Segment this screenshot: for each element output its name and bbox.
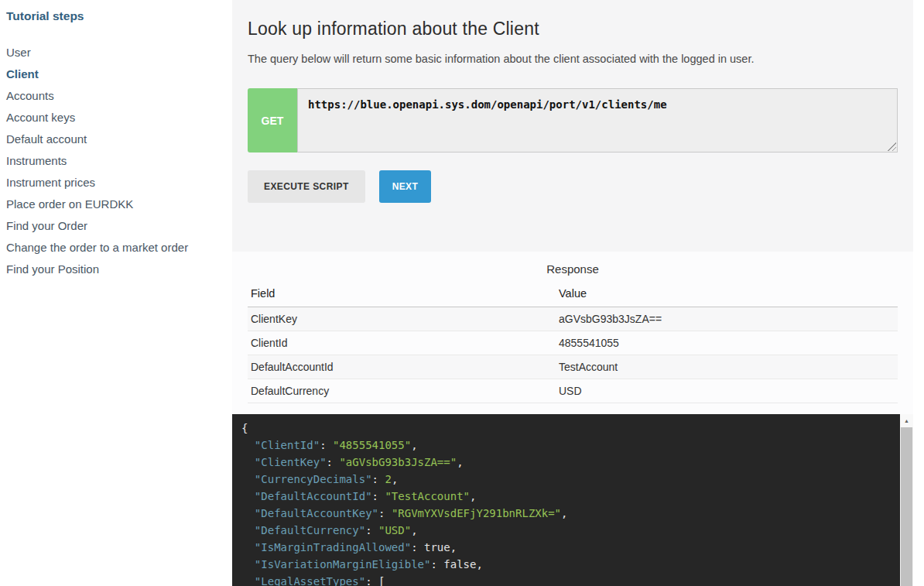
request-url-wrap: https://blue.openapi.sys.dom/openapi/por… — [297, 88, 898, 152]
sidebar-item-change-the-order-to-a-market-order[interactable]: Change the order to a market order — [6, 242, 224, 254]
code-line: "DefaultAccountId": "TestAccount", — [241, 488, 895, 505]
code-line: "DefaultCurrency": "USD", — [241, 522, 895, 539]
code-line: "IsVariationMarginEligible": false, — [241, 556, 895, 573]
value-cell: TestAccount — [556, 355, 898, 379]
table-row: ClientId4855541055 — [248, 331, 898, 355]
request-url-input[interactable]: https://blue.openapi.sys.dom/openapi/por… — [297, 88, 898, 152]
field-cell: ClientId — [248, 331, 556, 355]
response-table: Field Value ClientKeyaGVsbG93b3JsZA==Cli… — [248, 283, 898, 403]
code-line: "DefaultAccountKey": "RGVmYXVsdEFjY291bn… — [241, 505, 895, 522]
next-button[interactable]: NEXT — [379, 170, 432, 203]
sidebar-item-instrument-prices[interactable]: Instrument prices — [6, 176, 224, 189]
sidebar-item-find-your-position[interactable]: Find your Position — [6, 263, 224, 276]
action-buttons: EXECUTE SCRIPT NEXT — [248, 170, 898, 203]
field-cell: DefaultCurrency — [248, 379, 556, 403]
sidebar-item-account-keys[interactable]: Account keys — [6, 111, 224, 124]
scrollbar-thumb[interactable] — [901, 427, 912, 586]
table-row: DefaultAccountIdTestAccount — [248, 355, 898, 379]
code-line: "ClientId": "4855541055", — [241, 437, 895, 454]
sidebar-item-accounts[interactable]: Accounts — [6, 90, 224, 102]
page-description: The query below will return some basic i… — [248, 53, 898, 65]
request-editor: GET https://blue.openapi.sys.dom/openapi… — [248, 88, 898, 152]
response-table-header: Field Value — [248, 283, 898, 307]
field-cell: ClientKey — [248, 307, 556, 331]
code-line: "LegalAssetTypes": [ — [241, 573, 895, 586]
response-section: Response Field Value ClientKeyaGVsbG93b3… — [232, 252, 913, 414]
sidebar-item-default-account[interactable]: Default account — [6, 133, 224, 146]
tutorial-steps-nav: UserClientAccountsAccount keysDefault ac… — [6, 46, 224, 276]
main-content: Look up information about the Client The… — [232, 0, 913, 586]
sidebar-title: Tutorial steps — [6, 9, 224, 23]
column-header-value: Value — [556, 283, 898, 307]
execute-script-button[interactable]: EXECUTE SCRIPT — [248, 170, 365, 203]
response-table-body: ClientKeyaGVsbG93b3JsZA==ClientId4855541… — [248, 307, 898, 403]
code-line: "IsMarginTradingAllowed": true, — [241, 539, 895, 556]
sidebar-item-place-order-on-eurdkk[interactable]: Place order on EURDKK — [6, 198, 224, 211]
response-json-viewer[interactable]: { "ClientId": "4855541055", "ClientKey":… — [232, 414, 913, 586]
code-line: { — [241, 420, 895, 437]
code-line: "ClientKey": "aGVsbG93b3JsZA==", — [241, 454, 895, 471]
sidebar-item-find-your-order[interactable]: Find your Order — [6, 220, 224, 232]
value-cell: USD — [556, 379, 898, 403]
table-row: ClientKeyaGVsbG93b3JsZA== — [248, 307, 898, 331]
json-code: { "ClientId": "4855541055", "ClientKey":… — [232, 414, 913, 586]
column-header-field: Field — [248, 283, 556, 307]
field-cell: DefaultAccountId — [248, 355, 556, 379]
value-cell: 4855541055 — [556, 331, 898, 355]
scrollbar-up-icon[interactable]: ▲ — [900, 414, 913, 427]
sidebar-item-client[interactable]: Client — [6, 68, 224, 81]
sidebar-item-instruments[interactable]: Instruments — [6, 155, 224, 167]
scrollbar: ▲ — [900, 414, 913, 586]
sidebar-item-user[interactable]: User — [6, 46, 224, 59]
page-title: Look up information about the Client — [248, 19, 898, 39]
table-row: DefaultCurrencyUSD — [248, 379, 898, 403]
http-method-badge: GET — [248, 88, 297, 152]
response-table-title: Response — [248, 262, 898, 276]
tutorial-step-panel: Look up information about the Client The… — [232, 0, 913, 252]
value-cell: aGVsbG93b3JsZA== — [556, 307, 898, 331]
code-line: "CurrencyDecimals": 2, — [241, 471, 895, 488]
sidebar: Tutorial steps UserClientAccountsAccount… — [0, 0, 232, 586]
